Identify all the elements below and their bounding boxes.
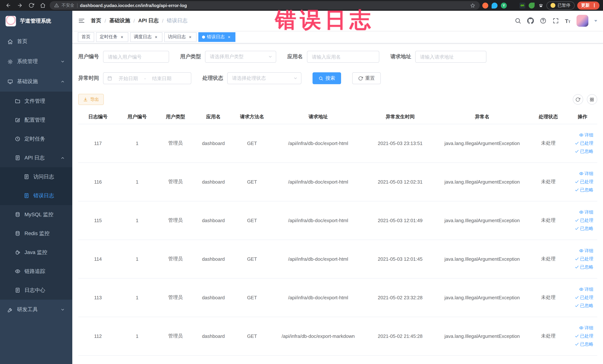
refresh-button[interactable] (573, 94, 583, 105)
mark-processed-link[interactable]: 已处理 (574, 255, 593, 262)
browser-address-bar[interactable]: 不安全 dashboard.yudao.iocoder.cn/infra/log… (50, 1, 480, 10)
sidebar-toggle[interactable] (78, 17, 85, 24)
mark-ignored-link[interactable]: 已忽略 (574, 186, 593, 193)
sidebar-item-file-management[interactable]: 文件管理 (0, 92, 72, 110)
sidebar-item-mysql-monitor[interactable]: MySQL 监控 (0, 205, 72, 224)
tab-label: 访问日志 (168, 34, 186, 40)
close-icon[interactable]: × (227, 34, 232, 39)
browser-reload-button[interactable] (27, 1, 35, 10)
tab-scheduled-tasks[interactable]: 定时任务 × (96, 32, 128, 42)
sidebar: 芋道管理系统 首页 系统管理 基础设施 (0, 11, 72, 364)
exception-time-range-picker[interactable]: - (103, 72, 191, 84)
mark-processed-link[interactable]: 已处理 (574, 332, 593, 340)
detail-link[interactable]: 详细 (579, 170, 593, 177)
table-toolbar: 导出 (78, 94, 597, 105)
folder-icon (15, 98, 20, 104)
sidebar-item-dev-tools[interactable]: 研发工具 (0, 300, 72, 320)
breadcrumb-item-infrastructure[interactable]: 基础设施 (109, 17, 130, 24)
reset-button[interactable]: 重置 (352, 72, 381, 84)
extension-icon-blue-grid[interactable] (510, 2, 516, 8)
request-url-input[interactable] (415, 51, 487, 63)
detail-link[interactable]: 详细 (579, 247, 593, 254)
tab-access-log[interactable]: 访问日志 × (164, 32, 197, 42)
col-user-type: 用户类型 (157, 110, 195, 124)
reset-button-label: 重置 (365, 75, 375, 82)
mark-ignored-link[interactable]: 已忽略 (574, 263, 593, 270)
search-icon[interactable] (515, 17, 521, 24)
sidebar-item-api-log[interactable]: API 日志 (0, 148, 72, 167)
request-url-label: 请求地址 (390, 53, 411, 60)
browser-home-button[interactable] (38, 1, 47, 10)
cell-log-id: 115 (78, 201, 118, 240)
breadcrumb-separator: / (104, 18, 106, 24)
browser-back-button[interactable] (4, 1, 13, 10)
extension-icon-paw[interactable] (538, 2, 544, 8)
close-icon[interactable]: × (188, 34, 193, 39)
fullscreen-icon[interactable] (552, 17, 559, 24)
tab-error-log[interactable]: 错误日志 × (198, 32, 235, 42)
extension-icon-blue-drop[interactable] (492, 2, 498, 8)
recording-paused-chip[interactable]: 已暂停 (546, 1, 574, 10)
app-title: 芋道管理系统 (20, 18, 51, 24)
detail-link[interactable]: 详细 (579, 286, 593, 293)
column-settings-button[interactable] (587, 94, 597, 105)
breadcrumb-item-home[interactable]: 首页 (91, 17, 101, 24)
cell-request-url: /api/infra/db-doc/export-html (272, 163, 365, 201)
sidebar-item-system-management[interactable]: 系统管理 (0, 52, 72, 71)
sidebar-item-scheduled-tasks[interactable]: 定时任务 (0, 129, 72, 148)
tab-label: 调度日志 (134, 34, 152, 40)
document-icon (15, 287, 20, 293)
tab-schedule-log[interactable]: 调度日志 × (130, 32, 162, 42)
edit-icon (15, 117, 20, 123)
browser-update-button[interactable]: 更新 ⋮ (577, 1, 599, 10)
extension-icon-green-circle[interactable]: Y (501, 2, 507, 8)
caret-down-icon[interactable] (594, 20, 597, 22)
sidebar-item-home[interactable]: 首页 (0, 32, 72, 52)
mark-ignored-link[interactable]: 已忽略 (574, 225, 593, 232)
cell-status: 未处理 (529, 163, 568, 201)
avatar[interactable] (576, 15, 588, 27)
sidebar-item-link-tracing[interactable]: 链路追踪 (0, 262, 72, 281)
end-date-input[interactable] (148, 75, 175, 81)
export-button[interactable]: 导出 (78, 94, 104, 105)
mark-ignored-link[interactable]: 已忽略 (574, 302, 593, 309)
app-name-input[interactable] (307, 51, 379, 63)
sidebar-item-error-log[interactable]: 错误日志 (0, 186, 72, 205)
tab-home[interactable]: 首页 (78, 32, 94, 42)
mark-processed-link[interactable]: 已处理 (574, 217, 593, 224)
mark-processed-link[interactable]: 已处理 (574, 294, 593, 301)
menu-label: 文件管理 (24, 98, 45, 104)
font-size-icon[interactable]: TT (565, 18, 570, 23)
extension-icon-on-badge[interactable]: on (519, 2, 525, 8)
sidebar-item-infrastructure[interactable]: 基础设施 (0, 71, 72, 92)
sidebar-item-log-center[interactable]: 日志中心 (0, 281, 72, 300)
sidebar-item-redis-monitor[interactable]: Redis 监控 (0, 224, 72, 243)
github-icon[interactable] (527, 17, 534, 24)
breadcrumb-item-api-log[interactable]: API 日志 (138, 17, 159, 24)
extension-icon-orange-circle[interactable] (482, 2, 488, 8)
mark-ignored-link[interactable]: 已忽略 (574, 341, 593, 348)
help-icon[interactable] (540, 17, 546, 24)
user-type-select[interactable]: 请选择用户类型 (205, 51, 276, 63)
mark-processed-link[interactable]: 已处理 (574, 178, 593, 185)
extension-icon-green-leaf[interactable] (529, 2, 534, 8)
detail-link[interactable]: 详细 (579, 131, 593, 139)
mark-processed-link[interactable]: 已处理 (574, 140, 593, 147)
app-logo[interactable]: 芋道管理系统 (0, 11, 72, 32)
sidebar-item-config-management[interactable]: 配置管理 (0, 110, 72, 129)
mark-ignored-link[interactable]: 已忽略 (574, 148, 593, 155)
detail-link[interactable]: 详细 (579, 324, 593, 331)
start-date-input[interactable] (115, 75, 142, 81)
user-id-input[interactable] (103, 51, 169, 63)
bookmark-star-icon[interactable] (470, 3, 475, 8)
browser-forward-button[interactable] (15, 1, 24, 10)
close-icon[interactable]: × (119, 34, 125, 39)
process-status-select[interactable]: 请选择处理状态 (227, 72, 302, 84)
cell-method: GET (232, 124, 272, 163)
select-placeholder: 请选择处理状态 (232, 75, 266, 82)
close-icon[interactable]: × (153, 34, 159, 39)
sidebar-item-access-log[interactable]: 访问日志 (0, 167, 72, 186)
detail-link[interactable]: 详细 (579, 209, 593, 216)
sidebar-item-java-monitor[interactable]: Java 监控 (0, 243, 72, 262)
search-button[interactable]: 搜索 (313, 72, 341, 84)
